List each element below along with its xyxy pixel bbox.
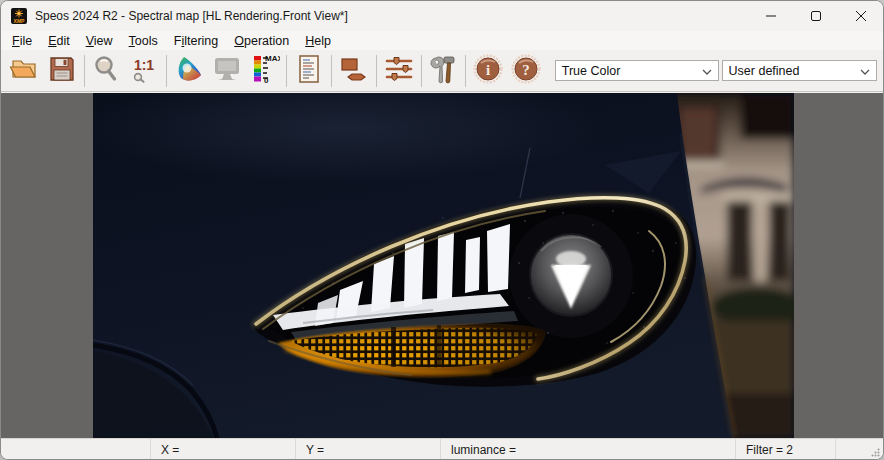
maximize-button[interactable] <box>793 1 838 31</box>
window-title: Speos 2024 R2 - Spectral map [HL Renderi… <box>35 9 348 23</box>
info-circle-icon: i <box>473 54 503 88</box>
menu-item-tools[interactable]: Tools <box>121 33 166 49</box>
menu-item-operation[interactable]: Operation <box>226 33 297 49</box>
info-button[interactable]: i <box>469 52 507 90</box>
display-mode-combo[interactable]: True Color <box>555 60 719 81</box>
menu-item-view[interactable]: View <box>78 33 121 49</box>
chevron-down-icon <box>702 64 712 78</box>
scale-max-button[interactable]: MAX 0 <box>246 52 284 90</box>
menu-bar: FileEditViewToolsFilteringOperationHelp <box>1 31 883 50</box>
color-gamut-button[interactable] <box>170 52 208 90</box>
app-window: XMP Speos 2024 R2 - Spectral map [HL Ren… <box>0 0 884 460</box>
folder-open-icon <box>9 55 39 87</box>
xmp-icon: XMP <box>11 8 27 24</box>
magnifier-icon <box>92 55 120 87</box>
toolbar-separator <box>286 55 287 87</box>
zoom-one-to-one-button[interactable]: 1:1 <box>125 52 163 90</box>
open-button[interactable] <box>5 52 43 90</box>
rectangle-ellipse-icon <box>339 55 369 87</box>
tools-button[interactable] <box>424 52 462 90</box>
status-y: Y = <box>296 439 441 460</box>
toolbar-separator <box>84 55 85 87</box>
menu-item-edit[interactable]: Edit <box>40 33 78 49</box>
toolbar-separator <box>376 55 377 87</box>
status-spacer <box>836 439 867 460</box>
report-document-icon <box>296 54 322 88</box>
status-spacer <box>1 439 151 460</box>
toolbar-separator <box>421 55 422 87</box>
wrench-hammer-icon <box>428 54 458 88</box>
svg-text:0: 0 <box>264 76 269 84</box>
svg-text:1:1: 1:1 <box>134 57 154 73</box>
toolbar-separator <box>465 55 466 87</box>
svg-text:?: ? <box>522 62 530 78</box>
close-button[interactable] <box>838 1 883 31</box>
menu-item-filtering[interactable]: Filtering <box>166 33 226 49</box>
cie-gamut-icon <box>174 55 204 87</box>
svg-text:MAX: MAX <box>265 54 280 63</box>
title-bar: XMP Speos 2024 R2 - Spectral map [HL Ren… <box>1 1 883 31</box>
resize-grip[interactable] <box>867 439 883 460</box>
menu-item-file[interactable]: File <box>4 33 40 49</box>
status-filter: Filter = 2 <box>736 439 836 460</box>
spectral-map-viewport[interactable] <box>1 93 884 438</box>
one-to-one-icon: 1:1 <box>129 55 159 87</box>
scale-preset-value: User defined <box>729 64 800 78</box>
monitor-icon <box>212 55 242 87</box>
chevron-down-icon <box>860 64 870 78</box>
status-luminance: luminance = <box>441 439 736 460</box>
adjust-sliders-button[interactable] <box>380 52 418 90</box>
save-button[interactable] <box>43 52 81 90</box>
minimize-button[interactable] <box>748 1 793 31</box>
status-bar: X = Y = luminance = Filter = 2 <box>1 438 883 460</box>
status-x: X = <box>151 439 296 460</box>
svg-text:i: i <box>486 62 490 78</box>
help-button[interactable]: ? <box>507 52 545 90</box>
display-mode-value: True Color <box>562 64 621 78</box>
sliders-icon <box>384 55 414 87</box>
toolbar-separator <box>166 55 167 87</box>
display-button[interactable] <box>208 52 246 90</box>
svg-text:XMP: XMP <box>14 18 26 24</box>
menu-item-help[interactable]: Help <box>297 33 339 49</box>
toolbar-separator <box>331 55 332 87</box>
report-button[interactable] <box>290 52 328 90</box>
toolbar: 1:1 <box>1 50 883 92</box>
measure-shapes-button[interactable] <box>335 52 373 90</box>
question-circle-icon: ? <box>511 54 541 88</box>
scale-preset-combo[interactable]: User defined <box>722 60 877 81</box>
floppy-disk-icon <box>48 55 76 87</box>
zoom-button[interactable] <box>88 52 126 90</box>
color-scale-icon: MAX 0 <box>248 54 280 88</box>
headlight-rendering <box>93 93 794 438</box>
